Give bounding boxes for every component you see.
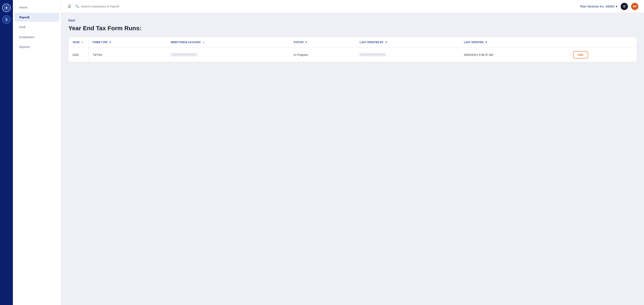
column-form-type[interactable]: FORM TYPE ⇅ <box>88 37 167 48</box>
search-icon: 🔍 <box>75 5 79 8</box>
page-content: Back Year End Tax Form Runs: YEAR ▼ FORM… <box>61 13 644 305</box>
cell-edit-action: Edit <box>569 48 637 62</box>
sort-form-type-icon[interactable]: ⇅ <box>110 42 111 43</box>
column-year[interactable]: YEAR ▼ <box>68 37 88 48</box>
sort-year-icon[interactable]: ▼ <box>81 42 83 43</box>
table-header-row: YEAR ▼ FORM TYPE ⇅ REMITTANCE ACCOUNT ▲ <box>68 37 637 48</box>
sidebar: Home Payroll ROE Employees Reports <box>13 0 61 305</box>
cell-last-updated: 09/03/2021 9:36:37 AM <box>460 48 569 62</box>
column-actions <box>569 37 637 48</box>
column-last-updated-by[interactable]: LAST UPDATED BY ⇅ <box>356 37 460 48</box>
chevron-down-icon: ▾ <box>616 5 618 8</box>
redacted-updated-by <box>360 53 386 56</box>
page-title: Year End Tax Form Runs: <box>68 25 637 32</box>
icon-bar: $ <box>0 0 13 305</box>
sort-last-updated-by-icon[interactable]: ⇅ <box>386 42 387 43</box>
main-wrapper: ☰ 🔍 Rise Ventures Inc. DEMO ▾ ⚙ BS Back … <box>61 0 644 305</box>
sidebar-item-home[interactable]: Home <box>14 3 59 12</box>
back-link[interactable]: Back <box>68 19 75 22</box>
column-remittance-account[interactable]: REMITTANCE ACCOUNT ▲ <box>167 37 290 48</box>
redacted-remittance <box>171 53 197 56</box>
user-avatar[interactable]: BS <box>631 3 638 10</box>
cell-remittance-account <box>167 48 290 62</box>
sidebar-item-reports[interactable]: Reports <box>14 42 59 51</box>
app-logo[interactable] <box>2 4 11 12</box>
sort-last-updated-icon[interactable]: ⇅ <box>486 42 487 43</box>
sort-status-icon[interactable]: ⇅ <box>305 42 307 43</box>
cell-year: 2020 <box>68 48 88 62</box>
cell-last-updated-by <box>356 48 460 62</box>
sidebar-item-payroll[interactable]: Payroll <box>14 13 59 22</box>
column-status[interactable]: STATUS ⇅ <box>290 37 356 48</box>
cell-status: In Progress <box>290 48 356 62</box>
sort-remittance-icon[interactable]: ▲ <box>203 42 204 43</box>
dollar-icon[interactable]: $ <box>2 15 11 24</box>
cell-form-type: T4/T4A <box>88 48 167 62</box>
sidebar-item-roe[interactable]: ROE <box>14 23 59 32</box>
edit-button[interactable]: Edit <box>573 51 588 58</box>
tax-form-runs-table: YEAR ▼ FORM TYPE ⇅ REMITTANCE ACCOUNT ▲ <box>68 37 637 62</box>
table-card: YEAR ▼ FORM TYPE ⇅ REMITTANCE ACCOUNT ▲ <box>68 37 637 62</box>
topbar: ☰ 🔍 Rise Ventures Inc. DEMO ▾ ⚙ BS <box>61 0 644 13</box>
table-row: 2020 T4/T4A In Progress 09/03/2021 9:36:… <box>68 48 637 62</box>
svg-point-1 <box>6 7 7 9</box>
sidebar-item-employees[interactable]: Employees <box>14 33 59 42</box>
settings-button[interactable]: ⚙ <box>621 3 628 10</box>
topbar-right: Rise Ventures Inc. DEMO ▾ ⚙ BS <box>580 3 638 10</box>
company-name[interactable]: Rise Ventures Inc. DEMO ▾ <box>580 5 618 8</box>
hamburger-button[interactable]: ☰ <box>67 3 72 10</box>
gear-icon: ⚙ <box>623 5 626 8</box>
search-input[interactable] <box>81 5 141 8</box>
column-last-updated[interactable]: LAST UPDATED ⇅ <box>460 37 569 48</box>
search-bar: 🔍 <box>75 5 577 8</box>
